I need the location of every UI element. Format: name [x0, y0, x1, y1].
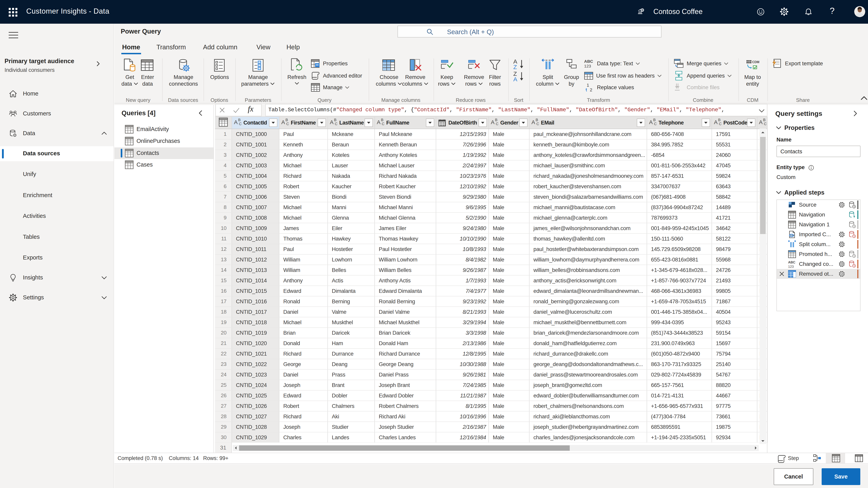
svg-text:CSV: CSV	[790, 234, 795, 237]
svg-text:CDM: CDM	[752, 60, 759, 64]
svg-text:2: 2	[590, 87, 592, 92]
svg-text:Z: Z	[513, 64, 517, 69]
svg-text:A: A	[513, 76, 517, 81]
svg-text:123: 123	[584, 64, 591, 68]
svg-text:ABC: ABC	[584, 59, 593, 64]
svg-text:ABC: ABC	[788, 261, 796, 264]
svg-text:1: 1	[587, 83, 589, 88]
svg-text:123: 123	[788, 265, 794, 269]
